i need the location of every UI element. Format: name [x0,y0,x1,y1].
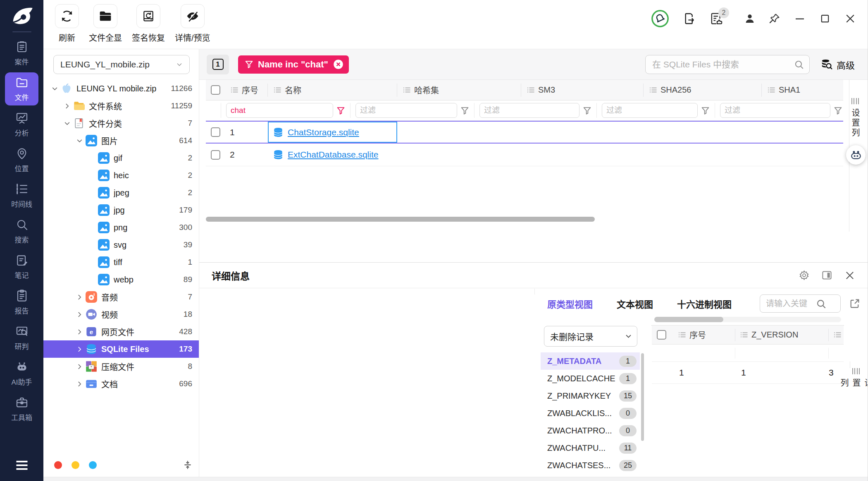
db-table-item[interactable]: ZWACHATSES...25 [541,457,640,474]
export-file-icon[interactable] [683,12,696,25]
tree-node[interactable]: SQLite Files173 [43,340,199,358]
tree-node[interactable]: 音频7 [43,288,199,306]
hamburger-menu-icon[interactable] [14,458,29,473]
user-account-icon[interactable] [744,13,756,24]
close-details-icon[interactable] [844,270,856,281]
sidebar-item-analysis[interactable]: 分析 [0,107,43,142]
tree-node[interactable]: jpg179 [43,201,199,219]
tree-node[interactable]: 文件系统11259 [43,97,199,115]
sidebar-item-search[interactable]: 搜索 [0,213,43,249]
db-table-item[interactable]: Z_PRIMARYKEY15 [541,387,640,404]
toolbar-button-1[interactable]: 文件全显 [89,4,122,43]
minimize-icon[interactable] [794,12,806,25]
tree-node[interactable]: 图片614 [43,132,199,149]
table-row[interactable]: 2ExtChatDatabase.sqlite [206,144,843,166]
sidebar-item-notes[interactable]: 笔记 [0,249,43,285]
filter-input-SHA1[interactable] [720,103,830,118]
db-table-item[interactable]: Z_METADATA1 [541,352,640,370]
column-header-partial[interactable] [829,329,844,341]
column-header-序号[interactable]: 序号 [225,84,268,97]
funnel-icon[interactable] [460,106,469,115]
collapse-fit-icon[interactable] [182,459,193,470]
chevron-down-icon[interactable] [49,85,60,92]
tab-count-button[interactable]: 1 [207,55,229,74]
pin-window-icon[interactable] [769,13,780,24]
sidebar-item-report[interactable]: 报告 [0,285,43,320]
filter-input-SM3[interactable] [479,103,579,118]
scrollbar-thumb[interactable] [654,317,723,322]
scrollbar-thumb[interactable] [206,217,595,222]
table-row[interactable]: 1ChatStorage.sqlite [206,121,843,144]
select-all-checkbox[interactable] [211,85,220,95]
chevron-right-icon[interactable] [74,380,85,388]
toggle-panel-icon[interactable] [821,270,832,281]
column-header-Z_VERSION[interactable]: Z_VERSION [735,329,829,341]
tree-node[interactable]: heic2 [43,167,199,184]
ai-assistant-fab[interactable] [846,145,866,165]
tree-node[interactable]: 视频18 [43,306,199,323]
tree-node[interactable]: 文档696 [43,375,199,392]
tree-node[interactable]: svg39 [43,236,199,254]
search-icon[interactable] [816,298,827,309]
viewer-tab-2[interactable]: 十六进制视图 [677,297,732,310]
funnel-icon[interactable] [834,106,842,115]
active-filter-chip[interactable]: Name inc "chat" [238,55,349,74]
tree-node[interactable]: tiff1 [43,254,199,271]
select-all-checkbox[interactable] [657,330,666,340]
chevron-right-icon[interactable] [74,294,85,301]
row-checkbox[interactable] [211,150,220,160]
funnel-icon[interactable] [336,106,345,115]
maximize-icon[interactable] [819,13,831,24]
viewer-tab-1[interactable]: 文本视图 [617,297,653,310]
viewer-tab-0[interactable]: 原类型视图 [547,297,593,310]
open-external-icon[interactable] [849,298,861,309]
db-table-item[interactable]: ZWACHATPRO...0 [541,422,640,439]
close-icon[interactable] [844,12,856,25]
chevron-right-icon[interactable] [74,363,85,370]
column-header-SHA1[interactable]: SHA1 [762,84,843,97]
record-filter-dropdown[interactable]: 未删除记录 [544,326,637,347]
toolbar-button-0[interactable]: 刷新 [55,4,79,43]
sidebar-item-toolbox[interactable]: 工具箱 [0,391,43,427]
db-table-item[interactable]: ZWACHATPU...11 [541,439,640,457]
record-row[interactable]: 113 [652,362,844,384]
tree-node[interactable]: 压缩文件8 [43,358,199,375]
sidebar-item-timeline[interactable]: 时间线 [0,178,43,213]
report-tasks-icon[interactable]: 2 [709,12,723,26]
column-header-哈希集[interactable]: 哈希集 [397,84,521,97]
sidebar-item-ai[interactable]: AI助手 [0,356,43,391]
db-table-item[interactable]: ZWABLACKLIS...0 [541,404,640,422]
sidebar-item-location[interactable]: 位置 [0,142,43,178]
toolbar-button-3[interactable]: 详情/预览 [175,4,210,43]
column-header-SHA256[interactable]: SHA256 [644,84,762,97]
row-checkbox[interactable] [211,127,220,137]
db-table-item[interactable]: Z_MODELCACHE1 [541,370,640,387]
red-dot-indicator[interactable] [54,461,62,469]
file-link[interactable]: ExtChatDatabase.sqlite [288,150,378,160]
notification-bell-icon[interactable] [651,9,670,28]
chevron-right-icon[interactable] [74,311,85,318]
toolbar-button-2[interactable]: 签名恢复 [132,4,165,43]
chevron-right-icon[interactable] [74,328,85,335]
gear-icon[interactable] [799,270,810,281]
sidebar-item-verdict[interactable]: 研判 [0,320,43,356]
filter-input-哈希集[interactable] [355,103,457,118]
list-scrollbar[interactable] [641,353,644,441]
chevron-right-icon[interactable] [62,103,72,110]
remove-filter-icon[interactable] [333,59,344,70]
funnel-icon[interactable] [701,106,710,115]
column-header-SM3[interactable]: SM3 [521,84,644,97]
column-header-序号[interactable]: 序号 [673,329,735,341]
filter-input-SHA256[interactable] [602,103,698,118]
filter-input-名称[interactable] [226,103,333,118]
tree-node[interactable]: LEUNG YL mobile.zip11266 [43,80,199,97]
column-header-名称[interactable]: 名称 [268,84,397,97]
tree-node[interactable]: 文件分类7 [43,115,199,132]
tree-node[interactable]: png300 [43,219,199,236]
sidebar-item-files[interactable]: 文件 [0,71,43,107]
column-settings-strip[interactable]: 设置列 [850,361,862,368]
table-search-input[interactable] [652,60,794,69]
tree-node[interactable]: gif2 [43,149,199,167]
funnel-icon[interactable] [583,106,591,115]
chevron-down-icon[interactable] [62,120,72,127]
